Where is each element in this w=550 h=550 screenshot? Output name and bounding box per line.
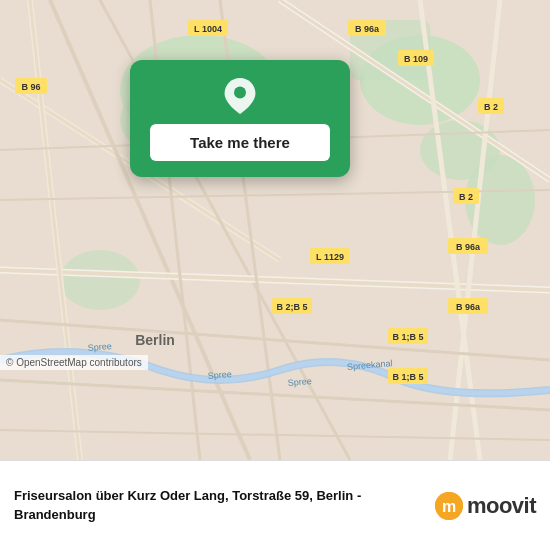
svg-text:Spree: Spree [287, 376, 312, 388]
moovit-logo: m moovit [435, 492, 536, 520]
svg-text:B 2;B 5: B 2;B 5 [276, 302, 307, 312]
svg-point-6 [60, 250, 140, 310]
svg-text:Spree: Spree [87, 341, 112, 353]
svg-text:L 1004: L 1004 [194, 24, 222, 34]
copyright-text: © OpenStreetMap contributors [6, 357, 142, 368]
svg-text:B 96: B 96 [21, 82, 40, 92]
svg-text:Berlin: Berlin [135, 332, 175, 348]
location-pin-icon [222, 78, 258, 114]
svg-text:B 96a: B 96a [456, 302, 481, 312]
take-me-there-button[interactable]: Take me there [150, 124, 330, 161]
info-bar: Friseursalon über Kurz Oder Lang, Torstr… [0, 460, 550, 550]
moovit-brand-text: moovit [467, 493, 536, 519]
svg-text:B 96a: B 96a [355, 24, 380, 34]
svg-text:B 2: B 2 [459, 192, 473, 202]
svg-text:B 1;B 5: B 1;B 5 [392, 332, 423, 342]
map-container: B 96 B 96a L 1004 B 109 B 2 B 2 B 96a B … [0, 0, 550, 460]
popup-card: Take me there [130, 60, 350, 177]
place-name: Friseursalon über Kurz Oder Lang, Torstr… [14, 487, 425, 523]
svg-text:L 1129: L 1129 [316, 252, 344, 262]
svg-text:B 96a: B 96a [456, 242, 481, 252]
svg-point-56 [234, 87, 246, 99]
svg-text:B 2: B 2 [484, 102, 498, 112]
svg-text:B 109: B 109 [404, 54, 428, 64]
copyright-bar: © OpenStreetMap contributors [0, 355, 148, 370]
svg-text:m: m [442, 498, 456, 515]
moovit-dot-icon: m [435, 492, 463, 520]
info-text: Friseursalon über Kurz Oder Lang, Torstr… [14, 487, 425, 523]
svg-text:Spree: Spree [207, 369, 232, 381]
svg-text:B 1;B 5: B 1;B 5 [392, 372, 423, 382]
